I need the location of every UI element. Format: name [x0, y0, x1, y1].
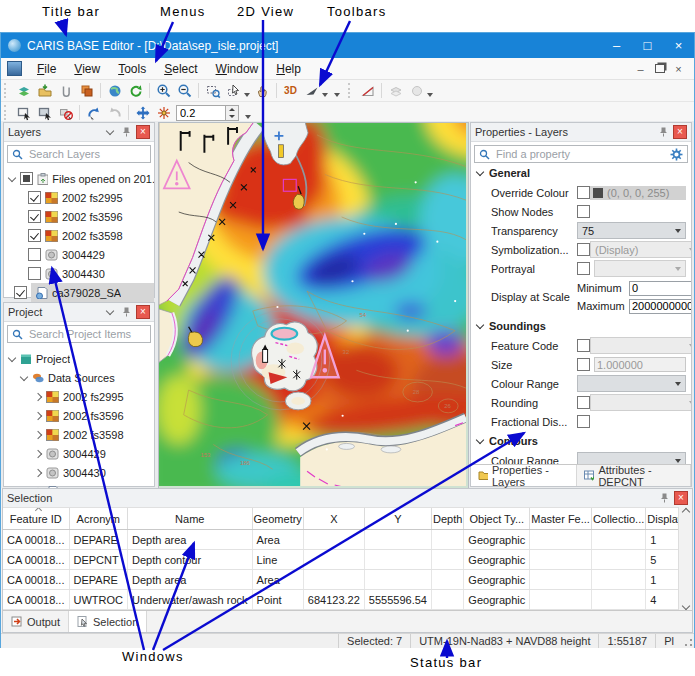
toolbar-overflow-icon[interactable] — [334, 93, 340, 97]
pan-button[interactable] — [252, 81, 273, 100]
toolbar-grip[interactable] — [4, 83, 9, 98]
selection-panel-titlebar[interactable]: Selection × — [3, 489, 692, 508]
col-depth[interactable]: Depth — [431, 508, 463, 530]
size-input[interactable] — [594, 357, 686, 372]
spinner-up-button[interactable] — [226, 106, 238, 113]
layer-row[interactable]: 2002 fs2995 — [4, 188, 154, 207]
table-row[interactable]: CA 00018...UWTROCUnderwater/awash rockPo… — [3, 590, 692, 610]
project-item-row[interactable]: 3004429 — [4, 444, 154, 463]
group-general[interactable]: General — [471, 163, 691, 183]
rounding-dropdown[interactable] — [590, 394, 691, 411]
flyover-dropdown-icon[interactable] — [322, 93, 328, 97]
panel-close-button[interactable]: × — [136, 305, 150, 319]
open-data-button[interactable] — [34, 81, 55, 100]
layer-checkbox[interactable] — [28, 191, 41, 204]
layer-row[interactable]: 3004429 — [4, 245, 154, 264]
menu-help[interactable]: Help — [267, 60, 310, 78]
table-row[interactable]: CA 00018...DEPAREDepth areaAreaGeographi… — [3, 570, 692, 590]
col-name[interactable]: Name — [128, 508, 253, 530]
scroll-down-icon[interactable] — [681, 602, 689, 610]
panel-menu-button[interactable] — [103, 305, 117, 319]
menu-view[interactable]: View — [65, 60, 109, 78]
pin-icon[interactable] — [656, 125, 670, 139]
col-object-type[interactable]: Object Ty... — [464, 508, 530, 530]
tab-selection[interactable]: Selection — [69, 611, 147, 632]
portrayal-checkbox[interactable] — [577, 262, 590, 275]
symbolization-checkbox[interactable] — [577, 243, 590, 256]
project-item-row[interactable]: 3004430 — [4, 463, 154, 482]
layer-row[interactable]: 3004430 — [4, 264, 154, 283]
layer-checkbox[interactable] — [28, 210, 41, 223]
radius-input[interactable] — [176, 105, 226, 121]
document-icon[interactable] — [7, 61, 22, 76]
table-row[interactable]: CA 00018...DEPAREDepth areaAreaGeographi… — [3, 530, 692, 550]
minimize-button[interactable]: – — [601, 33, 632, 58]
zoom-in-button[interactable] — [153, 81, 174, 100]
panel-close-button[interactable]: × — [673, 125, 687, 139]
select-rect-button[interactable] — [13, 103, 34, 122]
show-nodes-checkbox[interactable] — [577, 205, 590, 218]
maximize-button[interactable]: □ — [632, 33, 663, 58]
panel-close-button[interactable]: × — [674, 491, 688, 505]
layer-row-selected[interactable]: ca379028_SA — [4, 283, 154, 302]
mdi-minimize-button[interactable]: – — [631, 61, 650, 76]
col-collection[interactable]: Collectio... — [591, 508, 645, 530]
project-item-row[interactable]: 2002 fs3598 — [4, 425, 154, 444]
layer-checkbox[interactable] — [28, 248, 41, 261]
feature-code-dropdown[interactable] — [590, 337, 691, 354]
resize-grip[interactable] — [682, 634, 694, 648]
snap-radius-button[interactable] — [153, 103, 174, 122]
col-geometry[interactable]: Geometry — [252, 508, 303, 530]
scroll-up-icon[interactable] — [681, 508, 689, 516]
disabled-tool-b-button[interactable] — [406, 81, 427, 100]
refresh-button[interactable] — [125, 81, 146, 100]
move-feature-button[interactable] — [132, 103, 153, 122]
rounding-checkbox[interactable] — [577, 396, 590, 409]
menu-select[interactable]: Select — [155, 60, 206, 78]
group-soundings[interactable]: Soundings — [471, 316, 691, 336]
attach-button[interactable] — [55, 81, 76, 100]
select-tool-dropdown-icon[interactable] — [244, 93, 250, 97]
project-root-row[interactable]: Project — [4, 349, 154, 368]
table-row[interactable]: CA 00018...DEPCNTDepth contourLineGeogra… — [3, 550, 692, 570]
project-item-row[interactable]: 2002 fs2995 — [4, 387, 154, 406]
scale-maximum-input[interactable] — [629, 299, 691, 314]
properties-panel-titlebar[interactable]: Properties - Layers × — [471, 123, 691, 142]
toolbar-overflow-icon[interactable] — [427, 93, 433, 97]
zoom-out-button[interactable] — [174, 81, 195, 100]
panel-close-button[interactable]: × — [136, 125, 150, 139]
layer-checkbox[interactable] — [28, 267, 41, 280]
select-tool-button[interactable] — [223, 81, 244, 100]
flyover-button[interactable] — [301, 81, 322, 100]
tab-properties-layers[interactable]: Properties - Layers — [471, 465, 577, 486]
table-scrollbar[interactable] — [678, 507, 692, 611]
combine-layers-button[interactable] — [76, 81, 97, 100]
scale-minimum-input[interactable] — [629, 281, 691, 296]
portrayal-dropdown[interactable] — [594, 260, 686, 277]
tab-attributes-depcnt[interactable]: Attributes - DEPCNT — [577, 465, 691, 486]
project-panel-titlebar[interactable]: Project × — [4, 303, 154, 322]
layers-search-input[interactable] — [27, 147, 150, 161]
feature-code-checkbox[interactable] — [577, 339, 590, 352]
map-2d-view[interactable]: 54 32 28 26 153 186 — [158, 122, 469, 489]
col-x[interactable]: X — [303, 508, 364, 530]
slope-editor-button[interactable] — [357, 81, 378, 100]
col-y[interactable]: Y — [364, 508, 431, 530]
menu-window[interactable]: Window — [207, 60, 268, 78]
size-checkbox[interactable] — [577, 358, 590, 371]
pin-icon[interactable] — [657, 491, 671, 505]
select-rect-add-button[interactable] — [34, 103, 55, 122]
fractional-checkbox[interactable] — [577, 415, 590, 428]
layer-checkbox[interactable] — [14, 286, 27, 299]
zoom-window-button[interactable] — [202, 81, 223, 100]
globe-button[interactable] — [104, 81, 125, 100]
layers-root-row[interactable]: Files opened on 201... — [4, 169, 154, 188]
transparency-dropdown[interactable]: 75 — [577, 222, 686, 239]
reverse-selection-button[interactable] — [83, 103, 104, 122]
layers-root-checkbox[interactable] — [20, 172, 33, 185]
layer-row[interactable]: 2002 fs3598 — [4, 226, 154, 245]
col-master[interactable]: Master Fe... — [530, 508, 592, 530]
mdi-close-button[interactable]: × — [669, 61, 688, 76]
spinner-down-button[interactable] — [226, 113, 238, 120]
layers-panel-titlebar[interactable]: Layers × — [4, 123, 154, 142]
